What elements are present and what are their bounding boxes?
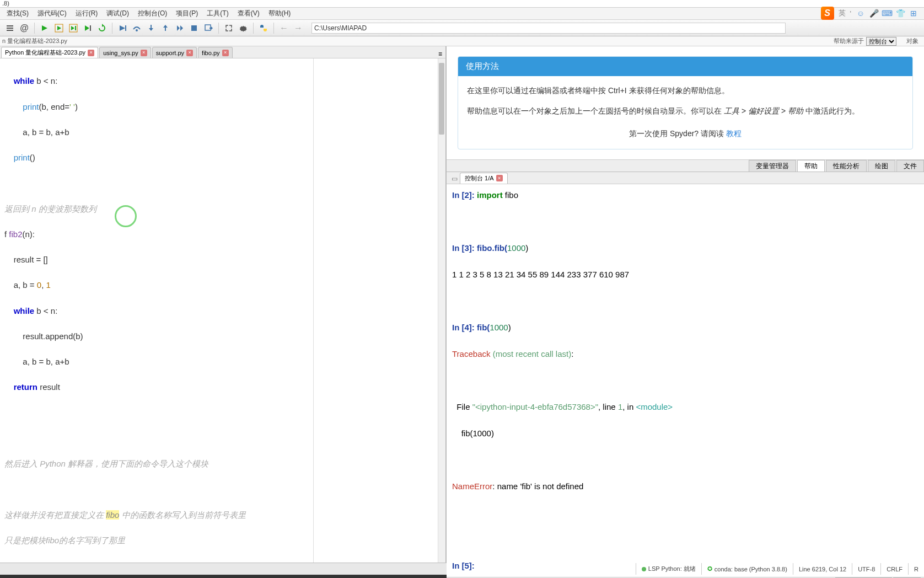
back-icon[interactable]: ←	[277, 22, 291, 35]
run-cell-advance-icon[interactable]	[67, 22, 80, 35]
code-editor[interactable]: while b < n: print(b, end=' ') a, b = b,…	[0, 58, 445, 563]
run-icon[interactable]	[38, 22, 51, 35]
editor-scrollbar[interactable]	[438, 58, 445, 563]
close-icon[interactable]: ×	[496, 175, 503, 181]
svg-marker-3	[42, 25, 47, 31]
svg-rect-10	[90, 25, 91, 31]
settings-icon[interactable]	[237, 22, 250, 35]
svg-rect-13	[125, 25, 126, 31]
ime-keyboard-icon[interactable]: ⌨	[882, 8, 892, 18]
ime-user-icon[interactable]: ☺	[856, 8, 866, 18]
svg-marker-21	[211, 26, 213, 30]
main-area: Python 量化编程基础-2023.py× using_sys.py× sup…	[0, 46, 924, 563]
svg-marker-18	[180, 25, 183, 31]
editor-tab-support[interactable]: support.py×	[152, 47, 197, 58]
status-conda[interactable]: ✪conda: base (Python 3.8.8)	[701, 563, 793, 575]
ime-skin-icon[interactable]: 👕	[895, 8, 905, 18]
svg-rect-8	[75, 26, 76, 30]
svg-marker-9	[85, 25, 89, 31]
editor-tabs: Python 量化编程基础-2023.py× using_sys.py× sup…	[0, 46, 445, 58]
svg-rect-2	[7, 30, 13, 31]
right-pane: 使用方法 在这里你可以通过在编辑器或者终端中按 Ctrl+I 来获得任何对象的帮…	[447, 46, 924, 563]
ime-bar: S 英 ' ☺ 🎤 ⌨ 👕 ⊞	[821, 7, 918, 20]
run-selection-icon[interactable]	[81, 22, 94, 35]
step-in-icon[interactable]	[144, 22, 158, 35]
sogou-logo-icon[interactable]: S	[821, 7, 834, 20]
status-eol[interactable]: CRLF	[880, 563, 908, 575]
help-text-3: 第一次使用 Spyder? 请阅读 教程	[467, 127, 904, 141]
close-icon[interactable]: ×	[141, 50, 147, 56]
svg-rect-1	[7, 28, 13, 29]
debug-icon[interactable]	[116, 22, 129, 35]
console-output[interactable]: In [2]: import fibo In [3]: fibo.fib(100…	[447, 184, 924, 577]
help-card-title: 使用方法	[458, 57, 912, 76]
maximize-icon[interactable]	[222, 22, 235, 35]
tab-menu-icon[interactable]: ≡	[435, 50, 445, 58]
help-source-label: 帮助来源于	[834, 37, 864, 45]
working-dir-input[interactable]: C:\Users\MIAPAD	[311, 23, 786, 34]
tab-help[interactable]: 帮助	[797, 160, 825, 172]
editor-tab-main[interactable]: Python 量化编程基础-2023.py×	[1, 47, 98, 58]
exit-debug-icon[interactable]	[202, 22, 215, 35]
help-card: 使用方法 在这里你可以通过在编辑器或者终端中按 Ctrl+I 来获得任何对象的帮…	[458, 56, 913, 149]
python-path-icon[interactable]	[257, 22, 270, 35]
console-pane: ▭ 控制台 1/A× In [2]: import fibo In [3]: f…	[447, 172, 924, 578]
stop-debug-icon[interactable]	[187, 22, 201, 35]
console-browse-icon[interactable]: ▭	[449, 174, 460, 184]
indent-icon[interactable]	[3, 22, 17, 35]
close-icon[interactable]: ×	[186, 50, 193, 56]
menu-help[interactable]: 帮助(H)	[264, 8, 296, 19]
close-icon[interactable]: ×	[88, 50, 94, 56]
editor-tab-using-sys[interactable]: using_sys.py×	[99, 47, 151, 58]
menu-project[interactable]: 项目(P)	[171, 8, 202, 19]
svg-marker-7	[71, 26, 74, 30]
svg-marker-16	[163, 25, 168, 28]
tutorial-link[interactable]: 教程	[726, 129, 742, 138]
svg-marker-17	[177, 25, 180, 31]
editor-tab-fibo[interactable]: fibo.py×	[198, 47, 232, 58]
svg-point-14	[136, 29, 138, 31]
scrollbar-thumb[interactable]	[439, 63, 444, 135]
help-text-2: 帮助信息可以在一个对象之后加上一个左圆括号的时候自动显示。你可以在 工具 > 偏…	[467, 104, 904, 118]
rerun-icon[interactable]	[95, 22, 109, 35]
status-lsp[interactable]: LSP Python: 就绪	[636, 563, 701, 575]
status-cursor-pos: Line 6219, Col 12	[793, 563, 852, 575]
tab-files[interactable]: 文件	[896, 160, 924, 172]
help-tabs: 变量管理器 帮助 性能分析 绘图 文件	[447, 159, 924, 172]
ime-sep: '	[850, 9, 851, 18]
step-over-icon[interactable]	[130, 22, 143, 35]
menu-run[interactable]: 运行(R)	[71, 8, 103, 19]
close-icon[interactable]: ×	[222, 50, 229, 56]
console-tabs: ▭ 控制台 1/A×	[447, 172, 924, 184]
run-cell-icon[interactable]	[52, 22, 66, 35]
svg-marker-5	[57, 26, 61, 30]
forward-icon[interactable]: →	[292, 22, 305, 35]
help-source-select[interactable]: 控制台	[866, 37, 896, 46]
at-icon[interactable]: @	[18, 22, 31, 35]
tab-variable-explorer[interactable]: 变量管理器	[749, 160, 796, 172]
menu-tools[interactable]: 工具(T)	[202, 8, 233, 19]
tab-plots[interactable]: 绘图	[868, 160, 895, 172]
console-tab-1[interactable]: 控制台 1/A×	[460, 173, 508, 184]
breadcrumb-path: n 量化编程基础-2023.py	[2, 37, 67, 45]
continue-icon[interactable]	[173, 22, 186, 35]
tab-profiler[interactable]: 性能分析	[826, 160, 867, 172]
ime-lang[interactable]: 英	[839, 8, 846, 18]
menu-find[interactable]: 查找(S)	[2, 8, 33, 19]
ime-toolbox-icon[interactable]: ⊞	[909, 8, 918, 18]
ime-mic-icon[interactable]: 🎤	[869, 8, 879, 18]
status-dot-icon	[642, 567, 646, 571]
menu-console[interactable]: 控制台(O)	[133, 8, 171, 19]
svg-rect-19	[191, 25, 197, 31]
breadcrumb: n 量化编程基础-2023.py 帮助来源于 控制台 对象	[0, 36, 924, 46]
step-out-icon[interactable]	[159, 22, 172, 35]
svg-marker-11	[102, 24, 104, 27]
menu-debug[interactable]: 调试(D)	[102, 8, 133, 19]
object-label: 对象	[906, 37, 918, 45]
help-text-1: 在这里你可以通过在编辑器或者终端中按 Ctrl+I 来获得任何对象的帮助信息。	[467, 84, 904, 98]
menu-view[interactable]: 查看(V)	[233, 8, 264, 19]
menu-source[interactable]: 源代码(C)	[33, 8, 71, 19]
status-rw: R	[908, 563, 924, 575]
status-encoding[interactable]: UTF-8	[852, 563, 880, 575]
title-bar: .8)	[0, 0, 924, 8]
